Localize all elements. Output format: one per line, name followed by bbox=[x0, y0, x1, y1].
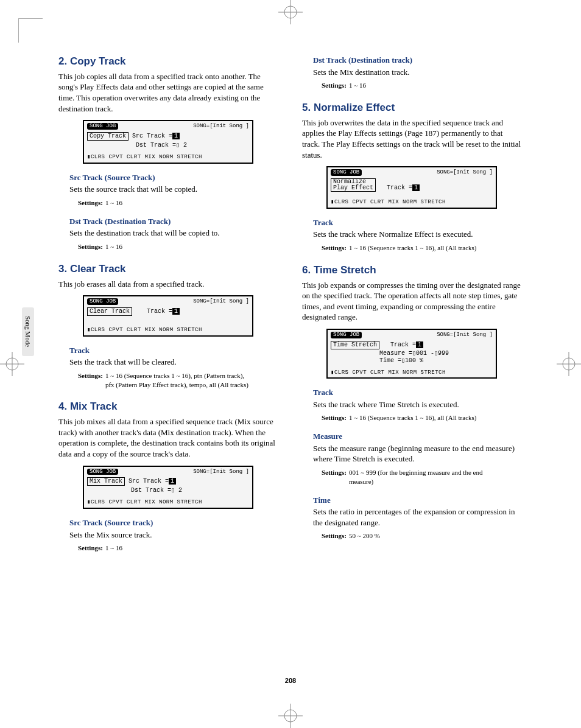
param-measure-desc: Sets the measure range (beginning measur… bbox=[313, 443, 521, 464]
screen-hl: 1 bbox=[416, 341, 423, 348]
settings-label: Settings: bbox=[78, 242, 103, 251]
screen-text: Track = bbox=[390, 341, 416, 348]
settings-row: Settings: 001 ~ 999 (for the beginning m… bbox=[322, 468, 521, 486]
section-3-title: 3. Clear Track bbox=[58, 262, 278, 276]
screen-box: Time Stretch bbox=[331, 341, 379, 349]
param-measure-title: Measure bbox=[313, 431, 521, 442]
right-column: Dst Track (Destination track) Sets the M… bbox=[302, 55, 521, 555]
section-2-body: This job copies all data from a specifie… bbox=[58, 71, 278, 114]
screen-tabs: ▮CLRS CPVT CLRT MIX NORM STRETCH bbox=[331, 369, 493, 376]
screen-box-line2: Play Effect bbox=[333, 184, 373, 191]
registration-mark-right bbox=[557, 352, 581, 376]
settings-label: Settings: bbox=[322, 243, 347, 253]
screen-status: SONG=[Init Song ] bbox=[193, 123, 249, 130]
screen-line3: Time =▯100 % bbox=[379, 357, 493, 365]
section-3-body: This job erases all data from a specifie… bbox=[58, 279, 278, 290]
section-4-body: This job mixes all data from a specified… bbox=[58, 416, 278, 459]
param-src-track-title: Src Track (Source track) bbox=[69, 517, 278, 528]
settings-value: 001 ~ 999 (for the beginning measure and… bbox=[349, 468, 495, 486]
settings-label: Settings: bbox=[322, 468, 347, 486]
screen-badge: SONG JOB bbox=[87, 298, 118, 305]
settings-label: Settings: bbox=[322, 531, 347, 541]
registration-mark-bottom bbox=[278, 704, 303, 728]
screen-text: Track = bbox=[147, 308, 172, 315]
screen-status: SONG=[Init Song ] bbox=[437, 169, 493, 176]
param-src-track-title: Src Track (Source Track) bbox=[69, 172, 278, 183]
section-2-title: 2. Copy Track bbox=[58, 55, 278, 69]
side-tab-label: Song Mode bbox=[24, 316, 32, 347]
screenshot-time-stretch: SONG JOB SONG=[Init Song ] Time Stretch … bbox=[326, 329, 497, 379]
screenshot-copy-track: SONG JOB SONG=[Init Song ] Copy Track Sr… bbox=[83, 120, 253, 164]
screen-box: Copy Track bbox=[87, 132, 129, 141]
page-number: 208 bbox=[285, 677, 296, 684]
screen-tabs: ▮CLRS CPVT CLRT MIX NORM STRETCH bbox=[87, 499, 249, 506]
param-dst-track-title: Dst Track (Destination Track) bbox=[69, 216, 278, 227]
param-dst-track-desc: Sets the destination track that will be … bbox=[69, 228, 278, 239]
settings-value: 1 ~ 16 (Sequence tracks 1 ~ 16), ptn (Pa… bbox=[105, 371, 252, 390]
screen-tabs: ▮CLRS CPVT CLRT MIX NORM STRETCH bbox=[87, 327, 249, 334]
settings-row: Settings: 1 ~ 16 (Sequence tracks 1 ~ 16… bbox=[78, 371, 278, 390]
left-column: 2. Copy Track This job copies all data f… bbox=[58, 55, 278, 555]
screen-status: SONG=[Init Song ] bbox=[193, 469, 249, 475]
screen-badge: SONG JOB bbox=[331, 332, 362, 338]
param-track-desc: Sets the track where Time Stretch is exe… bbox=[313, 399, 521, 410]
settings-label: Settings: bbox=[78, 198, 103, 208]
screen-tabs: ▮CLRS CPVT CLRT MIX NORM STRETCH bbox=[331, 199, 493, 206]
settings-label: Settings: bbox=[322, 81, 347, 90]
screen-hl: 1 bbox=[172, 308, 180, 315]
settings-row: Settings: 1 ~ 16 bbox=[78, 242, 278, 251]
param-track-title: Track bbox=[313, 217, 521, 228]
section-6-body: This job expands or compresses the timin… bbox=[302, 280, 521, 323]
param-dst-track-desc: Sets the Mix destination track. bbox=[313, 67, 521, 78]
param-track-title: Track bbox=[69, 345, 278, 356]
screen-status: SONG=[Init Song ] bbox=[193, 298, 249, 305]
param-track-desc: Sets the track that will be cleared. bbox=[69, 357, 278, 368]
param-time-title: Time bbox=[313, 495, 521, 506]
registration-mark-left bbox=[0, 352, 24, 376]
settings-value: 1 ~ 16 bbox=[349, 81, 366, 90]
section-4-title: 4. Mix Track bbox=[58, 400, 278, 414]
screenshot-normalize: SONG JOB SONG=[Init Song ] Normalize Pla… bbox=[326, 166, 497, 209]
settings-row: Settings: 50 ~ 200 % bbox=[322, 531, 521, 541]
section-6-title: 6. Time Stretch bbox=[302, 264, 521, 278]
param-track-desc: Sets the track where Normalize Effect is… bbox=[313, 229, 521, 240]
screen-line2: Dst Track =▯ 2 bbox=[136, 142, 249, 149]
screen-line2: Dst Track =▯ 2 bbox=[131, 487, 249, 494]
settings-row: Settings: 1 ~ 16 (Sequence tracks 1 ~ 16… bbox=[322, 413, 521, 422]
param-time-desc: Sets the ratio in percentages of the exp… bbox=[313, 506, 521, 528]
settings-row: Settings: 1 ~ 16 bbox=[78, 198, 278, 208]
screen-badge: SONG JOB bbox=[87, 123, 118, 130]
param-dst-track-title: Dst Track (Destination track) bbox=[313, 55, 521, 66]
section-5-body: This job overwrites the data in the spec… bbox=[302, 117, 521, 160]
screen-tabs: ▮CLRS CPVT CLRT MIX NORM STRETCH bbox=[87, 154, 249, 161]
screen-badge: SONG JOB bbox=[87, 469, 118, 475]
registration-mark-top bbox=[278, 0, 303, 24]
screen-text: Src Track = bbox=[132, 133, 172, 139]
screenshot-clear-track: SONG JOB SONG=[Init Song ] Clear Track T… bbox=[83, 295, 253, 337]
settings-row: Settings: 1 ~ 16 bbox=[78, 544, 278, 553]
settings-value: 1 ~ 16 bbox=[105, 544, 122, 553]
settings-row: Settings: 1 ~ 16 (Sequence tracks 1 ~ 16… bbox=[322, 243, 521, 253]
settings-label: Settings: bbox=[78, 544, 103, 553]
param-track-title: Track bbox=[313, 387, 521, 398]
settings-label: Settings: bbox=[78, 371, 103, 390]
screen-hl: 1 bbox=[412, 184, 420, 191]
screen-text: Track = bbox=[387, 184, 412, 191]
crop-corner bbox=[18, 18, 43, 43]
screen-hl: 1 bbox=[169, 478, 176, 485]
screen-box: Normalize Play Effect bbox=[331, 178, 376, 192]
page-content: 2. Copy Track This job copies all data f… bbox=[58, 55, 523, 555]
side-tab-song-mode: Song Mode bbox=[22, 307, 34, 356]
section-5-title: 5. Normalize Effect bbox=[302, 101, 521, 115]
screen-line2: Measure =▯001 -▯999 bbox=[379, 350, 493, 357]
param-src-track-desc: Sets the Mix source track. bbox=[69, 530, 278, 541]
param-src-track-desc: Sets the source track that will be copie… bbox=[69, 184, 278, 195]
screen-hl: 1 bbox=[172, 133, 180, 139]
screen-box: Mix Track bbox=[87, 477, 125, 486]
screen-badge: SONG JOB bbox=[331, 169, 362, 176]
settings-value: 50 ~ 200 % bbox=[349, 531, 380, 541]
screen-status: SONG=[Init Song ] bbox=[437, 332, 493, 338]
settings-value: 1 ~ 16 (Sequence tracks 1 ~ 16), all (Al… bbox=[349, 243, 477, 253]
settings-value: 1 ~ 16 (Sequence tracks 1 ~ 16), all (Al… bbox=[349, 413, 477, 422]
settings-row: Settings: 1 ~ 16 bbox=[322, 81, 521, 90]
